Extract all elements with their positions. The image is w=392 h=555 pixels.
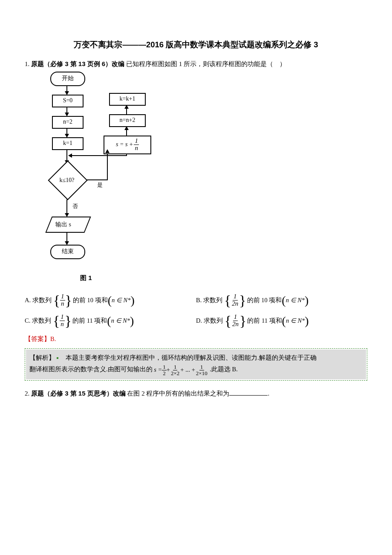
opt-b-num: 1: [233, 293, 238, 301]
fc-cond: k≤10?: [43, 176, 90, 185]
q2-resta: 在图 2 程序中所有的输出结果之和为: [127, 390, 229, 397]
fc-no: 否: [72, 202, 78, 211]
option-a: A. 求数列 { 1n } 的前 10 项和 (n ∈ N*): [25, 293, 196, 308]
a-plus1: +: [167, 364, 170, 376]
q2-num: 2.: [25, 390, 29, 397]
opt-c-den: n: [60, 321, 65, 328]
opt-b-set: n ∈ N*: [286, 295, 305, 305]
opt-d-den: 2n: [231, 321, 239, 328]
q1-rest: 已知程序框图如图 1 所示，则该程序框图的功能是（ ）: [126, 61, 286, 67]
analysis-eq-s: s =: [154, 364, 162, 376]
a-t3n: 1: [199, 364, 204, 370]
q1-num: 1.: [25, 61, 29, 67]
a-t1d: 2: [162, 370, 167, 376]
analysis-line1: 本题主要考察学生对程序框图中，循环结构的理解及识图、读图能力.解题的关键在于正确: [66, 354, 317, 361]
analysis-box: 【解析】 本题主要考察学生对程序框图中，循环结构的理解及识图、读图能力.解题的关…: [25, 348, 367, 381]
analysis-line2a: 翻译框图所表示的数学含义.由图可知输出的: [29, 366, 154, 373]
fc-sacc: s = s + 1 n: [104, 136, 151, 154]
opt-a-num: 1: [60, 293, 65, 301]
option-b: B. 求数列 { 12n } 的前 10 项和 (n ∈ N*): [196, 293, 367, 308]
opt-b-pre: B. 求数列: [196, 295, 222, 305]
fc-s0: S=0: [52, 95, 84, 107]
opt-d-pre: D. 求数列: [196, 316, 223, 326]
fc-ninc: n=n+2: [109, 114, 146, 127]
fc-s-text: s = s +: [116, 140, 133, 149]
a-t1n: 1: [162, 364, 167, 370]
fc-end: 结束: [50, 245, 85, 259]
fc-yes: 是: [97, 181, 103, 190]
flowchart-figure: 开始 S=0 n=2 k=1 k≤10? 是 否 输出 s 结束 k=k+1 n…: [25, 72, 161, 268]
question-2: 2. 原题（必修 3 第 15 页思考）改编 在图 2 程序中所有的输出结果之和…: [25, 388, 367, 399]
a-t3d: 2×10: [195, 370, 208, 376]
option-c: C. 求数列 { 1n } 的前 11 项和 (n ∈ N*): [25, 314, 196, 328]
option-d: D. 求数列 { 12n } 的前 11 项和 (n ∈ N*): [196, 314, 367, 328]
fc-k1: k=1: [52, 137, 84, 150]
blank-line: [229, 389, 268, 396]
q1-bold: 原题（必修 3 第 13 页例 6）改编: [31, 60, 124, 67]
analysis-head: 【解析】: [29, 354, 55, 361]
page-title: 万变不离其宗———2016 版高中数学课本典型试题改编系列之必修 3: [25, 38, 367, 51]
a-plus2: + ... +: [180, 364, 195, 376]
a-t2n: 1: [173, 364, 178, 370]
answer-label: 【答案】B.: [25, 334, 367, 344]
opt-b-den: 2n: [231, 301, 239, 307]
opt-a-pre: A. 求数列: [25, 295, 52, 305]
opt-a-set: n ∈ N*: [112, 295, 130, 305]
fc-n2: n=2: [52, 116, 84, 129]
figure-caption: 图 1: [80, 273, 367, 283]
fc-s-num: 1: [134, 138, 139, 145]
fc-kinc: k=k+1: [109, 93, 146, 106]
options: A. 求数列 { 1n } 的前 10 项和 (n ∈ N*) B. 求数列 {…: [25, 293, 367, 328]
analysis-line2b: .此题选 B.: [210, 366, 238, 373]
opt-c-num: 1: [60, 314, 65, 321]
opt-d-set: n ∈ N*: [286, 316, 305, 326]
opt-a-mid: 的前 10 项和: [73, 295, 108, 305]
q2-bold: 原题（必修 3 第 15 页思考）改编: [31, 390, 126, 397]
a-t2d: 2×2: [170, 370, 180, 376]
q2-restb: .: [268, 390, 269, 397]
opt-c-mid: 的前 11 项和: [72, 316, 107, 326]
opt-d-mid: 的前 11 项和: [247, 316, 282, 326]
marker-icon: [57, 357, 58, 359]
opt-b-mid: 的前 10 项和: [247, 295, 282, 305]
opt-c-set: n ∈ N*: [111, 316, 130, 326]
fc-s-den: n: [134, 145, 139, 152]
fc-start: 开始: [50, 72, 85, 86]
opt-c-pre: C. 求数列: [25, 316, 51, 326]
question-1: 1. 原题（必修 3 第 13 页例 6）改编 已知程序框图如图 1 所示，则该…: [25, 59, 367, 69]
opt-d-num: 1: [233, 314, 238, 321]
opt-a-den: n: [60, 301, 65, 307]
fc-output: 输出 s: [55, 220, 71, 229]
